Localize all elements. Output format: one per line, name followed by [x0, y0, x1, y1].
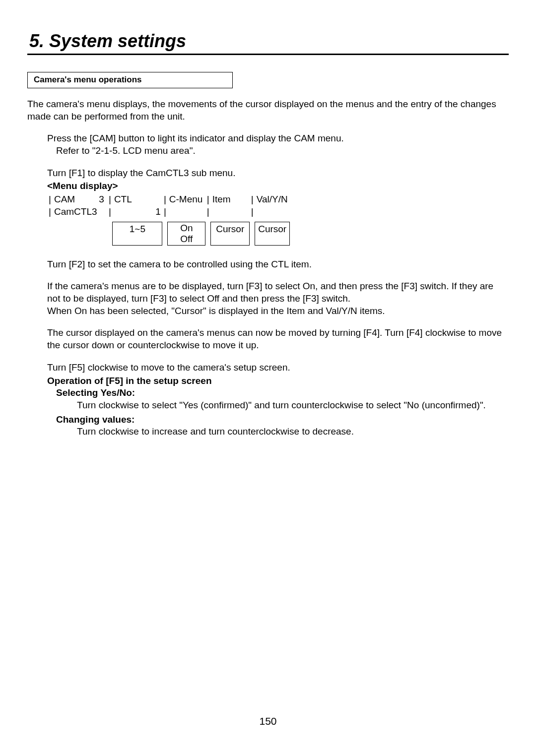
pipe-icon: | — [162, 206, 168, 218]
menu-row-sub: | CamCTL3 | 1 | | | — [47, 206, 290, 218]
pipe-icon: | — [162, 193, 168, 206]
pipe-icon: | — [205, 193, 211, 206]
option-cmenu-on: On — [168, 223, 205, 234]
cell — [211, 206, 250, 218]
intro-paragraph: The camera's menu displays, the movement… — [27, 98, 509, 123]
option-cmenu: On Off — [168, 222, 205, 246]
cell: CAM — [53, 193, 89, 206]
menu-row-header: | CAM 3 | CTL | C-Menu | Item | Val/Y/N — [47, 193, 290, 206]
option-val: Cursor — [255, 222, 290, 246]
option-item: Cursor — [211, 222, 250, 246]
cell: 1 — [147, 206, 162, 218]
step-f2: Turn [F2] to set the camera to be contro… — [47, 258, 509, 271]
pipe-icon: | — [107, 206, 113, 218]
section-heading-box: Camera's menu operations — [27, 72, 233, 88]
option-ctl: 1~5 — [113, 222, 162, 246]
cell — [147, 193, 162, 206]
cell — [113, 206, 147, 218]
f5-heading: Operation of [F5] in the setup screen — [47, 375, 509, 387]
cell — [255, 206, 290, 218]
step-cam-button: Press the [CAM] button to light its indi… — [47, 132, 509, 145]
cell: 3 — [89, 193, 107, 206]
menu-display-table: | CAM 3 | CTL | C-Menu | Item | Val/Y/N … — [47, 193, 509, 246]
cell: CamCTL3 — [53, 206, 107, 218]
step-f3-main: If the camera's menus are to be displaye… — [47, 281, 493, 304]
cell: Val/Y/N — [255, 193, 290, 206]
option-cmenu-off: Off — [168, 234, 205, 245]
f5-selecting-label: Selecting Yes/No: — [56, 387, 509, 399]
title-underline — [27, 54, 509, 55]
menu-display-label: <Menu display> — [47, 180, 509, 192]
page-number: 150 — [0, 715, 536, 727]
step-f1: Turn [F1] to display the CamCTL3 sub men… — [47, 167, 509, 180]
pipe-icon: | — [47, 193, 53, 206]
step-cam-reference: Refer to "2-1-5. LCD menu area". — [47, 145, 509, 157]
cell — [168, 206, 205, 218]
menu-row-options: 1~5 On Off Cursor Cursor — [47, 222, 290, 246]
step-f4: The cursor displayed on the camera's men… — [47, 327, 509, 351]
pipe-icon: | — [250, 206, 255, 218]
f5-changing-body: Turn clockwise to increase and turn coun… — [77, 426, 509, 438]
f5-selecting-body: Turn clockwise to select "Yes (confirmed… — [77, 399, 509, 412]
pipe-icon: | — [47, 206, 53, 218]
pipe-icon: | — [250, 193, 255, 206]
cell: CTL — [113, 193, 147, 206]
f5-changing-label: Changing values: — [56, 414, 509, 426]
step-f3-note: When On has been selected, "Cursor" is d… — [47, 306, 385, 316]
cell: Item — [211, 193, 250, 206]
pipe-icon: | — [205, 206, 211, 218]
pipe-icon: | — [107, 193, 113, 206]
page-title: 5. System settings — [27, 31, 509, 52]
step-f5: Turn [F5] clockwise to move to the camer… — [47, 362, 509, 374]
cell: C-Menu — [168, 193, 205, 206]
